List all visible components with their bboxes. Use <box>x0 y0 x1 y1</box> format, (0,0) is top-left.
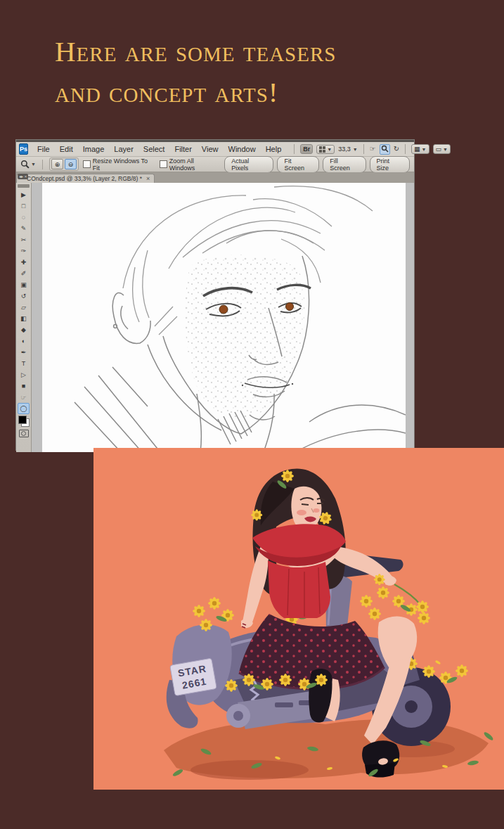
tools-panel-grip[interactable] <box>18 184 30 188</box>
menu-help[interactable]: Help <box>261 145 287 153</box>
hair-flower <box>281 470 294 482</box>
menu-edit[interactable]: Edit <box>55 145 78 153</box>
gradient-tool[interactable]: ◧ <box>18 313 30 324</box>
history-brush-tool[interactable]: ↺ <box>18 290 30 302</box>
healing-brush-tool[interactable]: ✚ <box>18 257 30 268</box>
bodice <box>268 560 330 618</box>
eraser-tool[interactable]: ▱ <box>18 302 30 313</box>
divider <box>363 144 364 154</box>
menubar-right-cluster: Br ▼ 33,3 ▼ ☞ ↻ ▦ ▼ <box>292 144 451 155</box>
zoom-all-windows-checkbox[interactable]: Zoom All Windows <box>160 158 220 172</box>
quick-selection-tool[interactable]: ✎ <box>18 223 30 234</box>
checkbox-label: Zoom All Windows <box>169 158 221 172</box>
launch-bridge-button[interactable]: Br <box>300 144 313 154</box>
menu-select[interactable]: Select <box>138 145 170 153</box>
menu-image[interactable]: Image <box>78 145 110 153</box>
close-tab-icon[interactable]: × <box>146 175 150 182</box>
screen-mode-icon: ▭ <box>436 146 442 153</box>
menu-bar: Ps FileEditImageLayerSelectFilterViewWin… <box>16 142 414 157</box>
foreground-color-swatch[interactable] <box>18 416 27 424</box>
document-tab-title: COndcept.psd @ 33,3% (Layer 2, RGB/8) * <box>27 175 142 182</box>
chevron-down-icon: ▼ <box>422 147 427 152</box>
eyedropper-tool[interactable]: ✑ <box>18 245 30 257</box>
chevron-down-icon: ▼ <box>353 147 358 152</box>
menu-items: FileEditImageLayerSelectFilterViewWindow… <box>32 145 286 153</box>
actual-pixels-button[interactable]: Actual Pixels <box>224 156 273 173</box>
zoom-out-button[interactable]: ⊖ <box>65 159 77 169</box>
zoom-level-value: 33,3 <box>338 146 351 153</box>
options-bar: ▼ ⊕ ⊖ Resize Windows To Fit Zoom All Win… <box>16 157 414 172</box>
type-tool[interactable]: T <box>18 358 30 369</box>
photoshop-logo: Ps <box>19 143 28 155</box>
lasso-tool[interactable]: ◌ <box>18 212 30 223</box>
zoom-tool-icon[interactable] <box>380 144 390 155</box>
rotate-view-icon[interactable]: ↻ <box>394 146 399 153</box>
concept-illustration: STAR 2661 <box>93 448 504 790</box>
tools-panel: ▶□◌✎✂✑✚✐▣↺▱◧◆◐✒T▷■☞◯ <box>16 183 32 452</box>
page-background: Here are some teasers and concept arts! … <box>0 0 504 829</box>
document-tab-bar: ◂▸ × COndcept.psd @ 33,3% (Layer 2, RGB/… <box>16 172 414 183</box>
divider <box>42 160 43 169</box>
divider <box>405 144 406 154</box>
document-tab[interactable]: COndcept.psd @ 33,3% (Layer 2, RGB/8) * … <box>16 174 155 183</box>
sketch-canvas[interactable] <box>42 183 406 452</box>
page-title: Here are some teasers and concept arts! <box>55 31 336 113</box>
brush-tool[interactable]: ✐ <box>18 268 30 279</box>
photoshop-window: Ps FileEditImageLayerSelectFilterViewWin… <box>15 139 415 451</box>
zoom-tool[interactable]: ◯ <box>18 403 30 414</box>
screen-mode-button[interactable]: ▭ ▼ <box>433 144 451 154</box>
canvas-pasteboard <box>32 183 414 452</box>
color-swatches[interactable] <box>18 416 30 427</box>
zoom-level-field[interactable]: 33,3 ▼ <box>338 146 357 153</box>
clone-stamp-tool[interactable]: ▣ <box>18 279 30 290</box>
menu-window[interactable]: Window <box>224 145 261 153</box>
arrange-documents-button[interactable]: ▼ <box>316 145 335 154</box>
menu-layer[interactable]: Layer <box>109 145 138 153</box>
zoom-in-button[interactable]: ⊕ <box>51 159 63 169</box>
menu-view[interactable]: View <box>197 145 224 153</box>
move-tool[interactable]: ▶ <box>18 189 30 200</box>
crop-tool[interactable]: ✂ <box>18 234 30 245</box>
checkbox-box <box>160 160 167 168</box>
divider <box>294 144 295 154</box>
path-selection-tool[interactable]: ▷ <box>18 369 30 380</box>
title-line-2: and concept arts! <box>55 72 336 113</box>
fill-screen-button[interactable]: Fill Screen <box>323 156 366 173</box>
checkbox-label: Resize Windows To Fit <box>93 158 155 172</box>
marquee-tool[interactable]: □ <box>18 200 30 212</box>
floating-panel-controls[interactable]: ◂▸ × <box>18 174 28 179</box>
zoom-mode-group: ⊕ ⊖ <box>49 158 79 171</box>
active-tool-chip[interactable]: ▼ <box>20 160 36 169</box>
hand-tool-icon[interactable]: ☞ <box>370 146 376 153</box>
print-size-button[interactable]: Print Size <box>370 156 410 173</box>
quick-mask-button[interactable] <box>19 430 29 437</box>
scooter-girl-artwork: STAR 2661 <box>93 448 504 790</box>
chevron-down-icon: ▼ <box>443 147 448 152</box>
resize-windows-checkbox[interactable]: Resize Windows To Fit <box>83 158 155 172</box>
tool-list: ▶□◌✎✂✑✚✐▣↺▱◧◆◐✒T▷■☞◯ <box>18 189 30 414</box>
shape-tool[interactable]: ■ <box>18 380 30 392</box>
options-buttons: Actual PixelsFit ScreenFill ScreenPrint … <box>224 156 410 173</box>
panel-view-button[interactable]: ▦ ▼ <box>411 144 429 154</box>
menu-file[interactable]: File <box>32 145 55 153</box>
blur-tool[interactable]: ◆ <box>18 324 30 335</box>
pen-tool[interactable]: ✒ <box>18 347 30 358</box>
magnifier-icon <box>20 160 30 169</box>
title-line-1: Here are some teasers <box>55 31 336 72</box>
checkbox-box <box>83 160 91 168</box>
fit-screen-button[interactable]: Fit Screen <box>277 156 319 173</box>
menu-filter[interactable]: Filter <box>169 145 196 153</box>
hand-tool[interactable]: ☞ <box>18 392 30 403</box>
arrange-documents-icon <box>319 146 325 153</box>
panels-icon: ▦ <box>414 146 420 153</box>
workspace: ▶□◌✎✂✑✚✐▣↺▱◧◆◐✒T▷■☞◯ <box>16 183 414 452</box>
chevron-down-icon: ▼ <box>31 162 36 167</box>
face <box>291 487 321 529</box>
chevron-down-icon: ▼ <box>327 147 332 152</box>
portrait-sketch <box>42 183 406 452</box>
dodge-tool[interactable]: ◐ <box>18 335 30 347</box>
